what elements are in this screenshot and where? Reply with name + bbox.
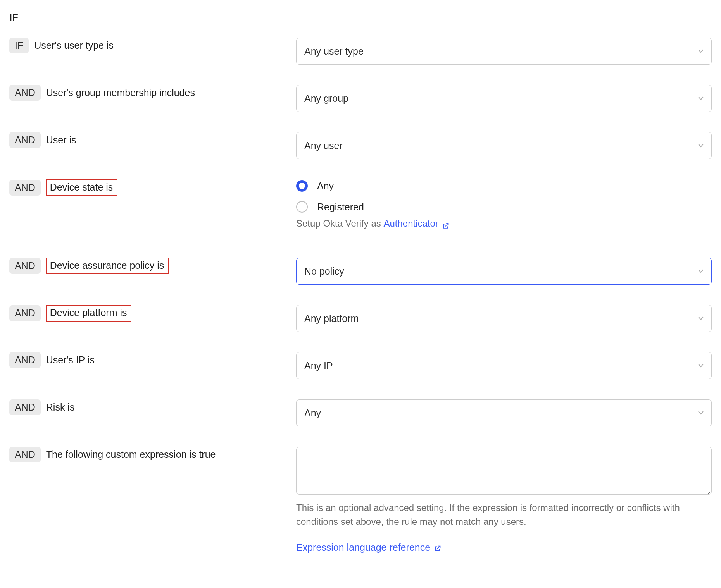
row-user-ip: AND User's IP is Any IP bbox=[9, 352, 712, 379]
authenticator-link[interactable]: Authenticator bbox=[383, 217, 449, 230]
select-risk[interactable]: Any bbox=[296, 399, 712, 426]
select-device-platform[interactable]: Any platform bbox=[296, 305, 712, 332]
select-group[interactable]: Any group bbox=[296, 85, 712, 112]
helper-text: Setup Okta Verify as bbox=[296, 218, 383, 229]
row-risk: AND Risk is Any bbox=[9, 399, 712, 426]
select-value: Any IP bbox=[304, 360, 333, 371]
radio-device-state-registered[interactable] bbox=[296, 201, 308, 213]
condition-rows: IF User's user type is Any user type AND… bbox=[9, 38, 712, 553]
row-user-is: AND User is Any user bbox=[9, 132, 712, 159]
chevron-down-icon bbox=[698, 49, 704, 53]
operator-badge: AND bbox=[9, 258, 41, 274]
select-value: Any platform bbox=[304, 313, 359, 324]
external-link-icon bbox=[433, 544, 442, 552]
row-user-type: IF User's user type is Any user type bbox=[9, 38, 712, 65]
condition-label-user-type: User's user type is bbox=[34, 40, 114, 51]
device-state-helper: Setup Okta Verify as Authenticator bbox=[296, 217, 712, 230]
expression-reference-link[interactable]: Expression language reference bbox=[296, 542, 442, 553]
select-value: Any user bbox=[304, 140, 343, 151]
select-user-type[interactable]: Any user type bbox=[296, 38, 712, 65]
select-device-assurance[interactable]: No policy bbox=[296, 258, 712, 285]
select-value: Any user type bbox=[304, 46, 364, 57]
chevron-down-icon bbox=[698, 316, 704, 320]
operator-badge: AND bbox=[9, 352, 41, 368]
select-value: Any group bbox=[304, 93, 348, 104]
condition-label-group: User's group membership includes bbox=[46, 87, 195, 98]
condition-label-device-assurance: Device assurance policy is bbox=[46, 258, 169, 274]
chevron-down-icon bbox=[698, 411, 704, 415]
select-value: Any bbox=[304, 407, 321, 419]
chevron-down-icon bbox=[698, 96, 704, 100]
operator-badge: AND bbox=[9, 132, 41, 148]
operator-badge: AND bbox=[9, 85, 41, 101]
row-custom-expression: AND The following custom expression is t… bbox=[9, 447, 712, 553]
chevron-down-icon bbox=[698, 269, 704, 273]
radio-group-device-state: Any Registered bbox=[296, 179, 712, 213]
row-device-state: AND Device state is Any Registered Setup… bbox=[9, 179, 712, 230]
condition-label-device-platform: Device platform is bbox=[46, 305, 132, 322]
condition-label-user-ip: User's IP is bbox=[46, 354, 95, 366]
chevron-down-icon bbox=[698, 144, 704, 148]
radio-label: Registered bbox=[317, 201, 364, 213]
row-group-membership: AND User's group membership includes Any… bbox=[9, 85, 712, 112]
operator-badge: IF bbox=[9, 38, 29, 53]
section-title: IF bbox=[9, 12, 712, 23]
operator-badge: AND bbox=[9, 399, 41, 415]
condition-label-device-state: Device state is bbox=[46, 179, 118, 196]
condition-label-expression: The following custom expression is true bbox=[46, 449, 216, 460]
external-link-icon bbox=[442, 220, 450, 228]
row-device-platform: AND Device platform is Any platform bbox=[9, 305, 712, 332]
row-device-assurance: AND Device assurance policy is No policy bbox=[9, 258, 712, 285]
operator-badge: AND bbox=[9, 447, 41, 462]
operator-badge: AND bbox=[9, 305, 41, 321]
radio-label: Any bbox=[317, 181, 334, 192]
expression-textarea[interactable] bbox=[296, 447, 712, 495]
select-value: No policy bbox=[304, 266, 344, 277]
select-user[interactable]: Any user bbox=[296, 132, 712, 159]
condition-label-risk: Risk is bbox=[46, 402, 75, 413]
chevron-down-icon bbox=[698, 364, 704, 368]
condition-label-user-is: User is bbox=[46, 134, 76, 146]
radio-device-state-any[interactable] bbox=[296, 180, 308, 192]
select-user-ip[interactable]: Any IP bbox=[296, 352, 712, 379]
operator-badge: AND bbox=[9, 180, 41, 196]
expression-helper: This is an optional advanced setting. If… bbox=[296, 501, 712, 529]
